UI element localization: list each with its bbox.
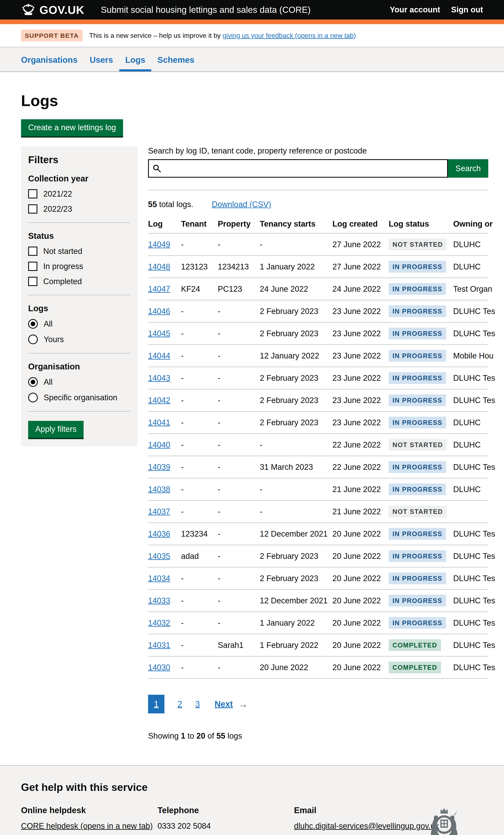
nav-tab-users[interactable]: Users xyxy=(90,55,113,72)
cell-tenant: - xyxy=(181,634,218,656)
email-link[interactable]: dluhc.digital-services@levellingup.gov.u… xyxy=(294,821,439,830)
log-link[interactable]: 14036 xyxy=(148,529,170,538)
search-input[interactable] xyxy=(148,159,448,178)
pagination-page-3[interactable]: 3 xyxy=(195,699,200,709)
checkbox-control[interactable] xyxy=(28,262,37,271)
pagination-current-page[interactable]: 1 xyxy=(148,695,164,713)
cell-log-status: IN PROGRESS xyxy=(389,367,453,389)
log-link[interactable]: 14049 xyxy=(148,240,170,249)
checkbox-option-completed[interactable]: Completed xyxy=(28,277,130,286)
cell-log-status: NOT STARTED xyxy=(389,501,453,523)
log-link[interactable]: 14047 xyxy=(148,285,170,293)
log-link[interactable]: 14039 xyxy=(148,463,170,471)
column-header-log-status: Log status xyxy=(389,217,453,233)
log-link[interactable]: 14043 xyxy=(148,373,170,383)
pagination-page-2[interactable]: 2 xyxy=(178,699,182,709)
option-label: Yours xyxy=(44,335,64,344)
search-button[interactable]: Search xyxy=(448,159,488,178)
column-header-log: Log xyxy=(148,217,181,233)
govuk-logo-link[interactable]: GOV.UK xyxy=(21,3,84,16)
cell-log-status: IN PROGRESS xyxy=(389,612,453,634)
service-name-link[interactable]: Submit social housing lettings and sales… xyxy=(101,5,310,15)
cell-property: - xyxy=(218,545,260,567)
cell-tenant: - xyxy=(181,656,218,678)
cell-log-created: 23 June 2022 xyxy=(332,411,389,434)
status-badge: NOT STARTED xyxy=(389,239,447,250)
status-badge: IN PROGRESS xyxy=(389,261,446,272)
nav-tab-organisations[interactable]: Organisations xyxy=(21,55,78,72)
option-label: In progress xyxy=(43,262,83,271)
log-link[interactable]: 14045 xyxy=(148,329,170,338)
table-row: 14034--2 February 202320 June 2022IN PRO… xyxy=(148,567,488,590)
cell-property: - xyxy=(218,367,260,389)
status-badge: IN PROGRESS xyxy=(389,372,446,384)
status-badge: COMPLETED xyxy=(389,661,441,673)
cell-log-created: 20 June 2022 xyxy=(332,545,389,567)
footer-col-title: Telephone xyxy=(158,806,294,815)
sign-out-link[interactable]: Sign out xyxy=(451,5,483,14)
checkbox-option-in-progress[interactable]: In progress xyxy=(28,262,130,271)
log-link[interactable]: 14044 xyxy=(148,351,170,360)
option-label: Completed xyxy=(43,277,82,286)
log-link[interactable]: 14040 xyxy=(148,441,170,449)
cell-log-status: IN PROGRESS xyxy=(389,322,453,345)
create-lettings-log-button[interactable]: Create a new lettings log xyxy=(21,119,123,136)
nav-tab-schemes[interactable]: Schemes xyxy=(158,55,195,72)
log-link[interactable]: 14031 xyxy=(148,641,170,650)
checkbox-option-not-started[interactable]: Not started xyxy=(28,247,130,256)
download-csv-link[interactable]: Download (CSV) xyxy=(212,200,271,209)
radio-option-yours[interactable]: Yours xyxy=(28,334,130,344)
cell-tenancy-starts: 2 February 2023 xyxy=(260,389,332,411)
radio-option-specific-organisation[interactable]: Specific organisation xyxy=(28,393,130,402)
logs-table: LogTenantPropertyTenancy startsLog creat… xyxy=(148,217,488,679)
log-link[interactable]: 14041 xyxy=(148,418,170,427)
radio-option-all[interactable]: All xyxy=(28,377,130,387)
option-label: Specific organisation xyxy=(44,393,117,402)
checkbox-control[interactable] xyxy=(28,277,37,286)
log-link[interactable]: 14034 xyxy=(148,574,170,583)
cell-tenant: adad xyxy=(181,545,218,567)
cell-owning-organisation: DLUHC Tes xyxy=(453,634,488,656)
results-divider xyxy=(148,190,488,190)
table-row: 14035adad-2 February 202320 June 2022IN … xyxy=(148,545,488,567)
checkbox-option-2021-22[interactable]: 2021/22 xyxy=(28,189,130,199)
log-link[interactable]: 14038 xyxy=(148,485,170,494)
table-row: 14049---27 June 2022NOT STARTEDDLUHC xyxy=(148,233,488,256)
total-logs-suffix: total logs. xyxy=(157,200,193,209)
radio-option-all[interactable]: All xyxy=(28,319,130,329)
log-link[interactable]: 14048 xyxy=(148,262,170,271)
log-link[interactable]: 14046 xyxy=(148,307,170,315)
radio-control[interactable] xyxy=(28,334,38,344)
radio-control[interactable] xyxy=(28,319,38,329)
cell-tenant: - xyxy=(181,478,218,501)
log-link[interactable]: 14030 xyxy=(148,663,170,672)
radio-control[interactable] xyxy=(28,393,38,402)
cell-log-status: IN PROGRESS xyxy=(389,278,453,300)
cell-log-created: 20 June 2022 xyxy=(332,634,389,656)
checkbox-option-2022-23[interactable]: 2022/23 xyxy=(28,204,130,213)
log-link[interactable]: 14035 xyxy=(148,552,170,561)
log-link[interactable]: 14033 xyxy=(148,596,170,605)
your-account-link[interactable]: Your account xyxy=(390,5,440,14)
apply-filters-button[interactable]: Apply filters xyxy=(28,421,84,438)
pagination-next-link[interactable]: Next xyxy=(215,699,233,709)
log-link[interactable]: 14037 xyxy=(148,507,170,516)
cell-owning-organisation: DLUHC Tes xyxy=(453,523,488,545)
checkbox-control[interactable] xyxy=(28,247,37,256)
core-helpdesk-link[interactable]: CORE helpdesk (opens in a new tab) xyxy=(21,821,153,830)
log-link[interactable]: 14032 xyxy=(148,618,170,627)
cell-tenant: - xyxy=(181,456,218,478)
cell-log-created: 21 June 2022 xyxy=(332,501,389,523)
cell-log-created: 27 June 2022 xyxy=(332,233,389,256)
cell-log-status: COMPLETED xyxy=(389,656,453,678)
column-header-tenancy-starts: Tenancy starts xyxy=(260,217,332,233)
cell-log-status: NOT STARTED xyxy=(389,434,453,456)
feedback-link[interactable]: giving us your feedback (opens in a new … xyxy=(223,32,356,39)
nav-tab-logs[interactable]: Logs xyxy=(125,55,145,72)
log-link[interactable]: 14042 xyxy=(148,396,170,405)
radio-control[interactable] xyxy=(28,377,38,387)
checkbox-control[interactable] xyxy=(28,189,37,199)
checkbox-control[interactable] xyxy=(28,204,37,213)
filter-divider xyxy=(28,222,130,223)
cell-tenancy-starts: 2 February 2023 xyxy=(260,300,332,322)
